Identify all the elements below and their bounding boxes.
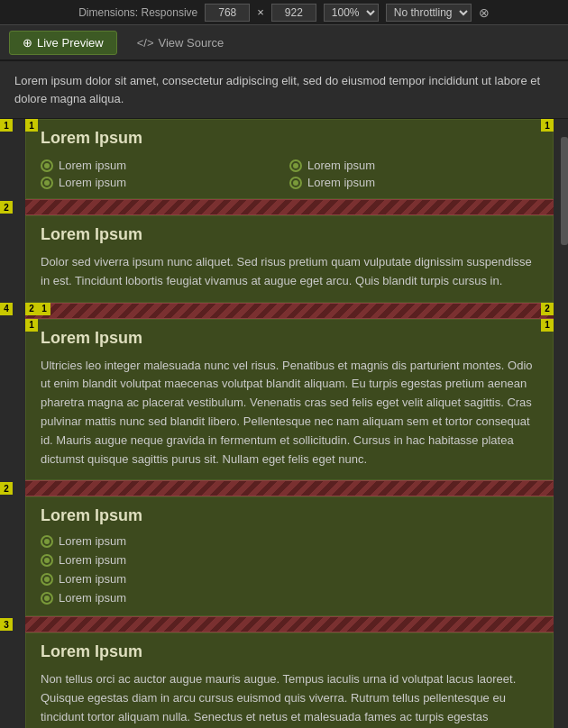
divider-3-container <box>25 480 554 496</box>
badge-1-inner: 1 <box>38 303 50 315</box>
section-4: Lorem Ipsum Lorem ipsum Lorem ipsum Lore… <box>25 496 554 616</box>
section-5: Lorem Ipsum Non tellus orci ac auctor au… <box>25 632 554 728</box>
badge-2-inner-right: 2 <box>541 303 554 315</box>
section-1: Lorem Ipsum Lorem ipsum Lorem ipsum Lore… <box>25 119 554 199</box>
list-item: Lorem ipsum <box>41 534 538 548</box>
divider-1 <box>25 199 554 215</box>
list-item: Lorem ipsum <box>41 159 289 172</box>
list-item-text: Lorem ipsum <box>59 591 126 605</box>
width-input[interactable] <box>205 4 250 22</box>
section-5-body: Non tellus orci ac auctor augue mauris a… <box>26 667 553 728</box>
section-3-body: Ultricies leo integer malesuada nunc vel… <box>26 353 553 480</box>
list-item-text: Lorem ipsum <box>59 159 126 172</box>
radio-icon <box>41 535 53 548</box>
section-1-block: 1 1 Lorem Ipsum Lorem ipsum Lorem ipsum <box>25 119 554 199</box>
badge-4-outer: 4 <box>0 303 13 315</box>
scrollbar-thumb[interactable] <box>561 137 568 245</box>
preview-tabs-bar: ⊕ Live Preview </> View Source <box>0 25 568 61</box>
toolbar: Dimensions: Responsive × 100% No throttl… <box>0 0 568 25</box>
dimension-separator: × <box>257 5 264 19</box>
section-1-list: Lorem ipsum Lorem ipsum Lorem ipsum Lore… <box>26 153 553 198</box>
view-source-label: View Source <box>159 36 224 50</box>
list-item-text: Lorem ipsum <box>307 176 375 189</box>
badge-3-d4: 3 <box>0 618 13 631</box>
radio-icon <box>41 592 53 605</box>
section-3: Lorem Ipsum Ultricies leo integer malesu… <box>25 319 554 481</box>
section-2: Lorem Ipsum Dolor sed viverra ipsum nunc… <box>25 215 554 303</box>
divider-4-wrapper: 3 <box>0 616 568 632</box>
section-4-heading: Lorem Ipsum <box>26 497 553 531</box>
section-2-body: Dolor sed viverra ipsum nunc aliquet. Se… <box>26 250 553 302</box>
divider-1-wrapper: 2 <box>0 199 568 215</box>
settings-icon[interactable]: ⊗ <box>479 5 490 20</box>
list-item-text: Lorem ipsum <box>59 553 126 567</box>
dimensions-label: Dimensions: Responsive <box>78 6 197 19</box>
list-item: Lorem ipsum <box>289 159 538 172</box>
view-source-icon: </> <box>137 36 154 50</box>
divider-2 <box>25 303 554 319</box>
badge-2-d3: 2 <box>0 482 13 495</box>
badge-1-left: 1 <box>25 119 38 132</box>
badge-1-right: 1 <box>541 119 554 132</box>
list-item: Lorem ipsum <box>41 176 289 189</box>
live-preview-label: Live Preview <box>37 36 104 50</box>
radio-icon <box>41 159 53 172</box>
view-source-tab[interactable]: </> View Source <box>124 32 237 54</box>
section-2-container: Lorem Ipsum Dolor sed viverra ipsum nunc… <box>0 215 568 303</box>
main-content-wrapper: 1 1 1 Lorem Ipsum Lorem ipsum Lorem ipsu… <box>0 119 568 728</box>
divider-4-container <box>25 616 554 632</box>
section-5-container: Lorem Ipsum Non tellus orci ac auctor au… <box>0 632 568 728</box>
list-item: Lorem ipsum <box>289 176 538 189</box>
live-preview-tab[interactable]: ⊕ Live Preview <box>9 31 117 55</box>
section-3-container: 1 1 Lorem Ipsum Ultricies leo integer ma… <box>0 319 568 481</box>
divider-3 <box>25 480 554 496</box>
section-1-container: 1 1 1 Lorem Ipsum Lorem ipsum Lorem ipsu… <box>0 119 568 199</box>
section-4-list: Lorem ipsum Lorem ipsum Lorem ipsum Lore… <box>26 531 553 615</box>
description-text: Lorem ipsum dolor sit amet, consectetur … <box>14 74 540 105</box>
section-2-block: Lorem Ipsum Dolor sed viverra ipsum nunc… <box>25 215 554 303</box>
section-3-block: 1 1 Lorem Ipsum Ultricies leo integer ma… <box>25 319 554 481</box>
throttle-select[interactable]: No throttling <box>386 4 472 22</box>
list-item-text: Lorem ipsum <box>59 534 126 548</box>
badge-1-left-outer: 1 <box>0 119 13 132</box>
divider-2-wrapper: 4 2 1 2 <box>0 303 568 319</box>
radio-icon <box>41 554 53 567</box>
list-item: Lorem ipsum <box>41 591 538 605</box>
zoom-select[interactable]: 100% <box>324 4 379 22</box>
section-4-container: Lorem Ipsum Lorem ipsum Lorem ipsum Lore… <box>0 496 568 616</box>
list-item: Lorem ipsum <box>41 553 538 567</box>
radio-icon <box>41 177 53 189</box>
list-item: Lorem ipsum <box>41 572 538 586</box>
list-item-text: Lorem ipsum <box>307 159 375 172</box>
list-item-text: Lorem ipsum <box>59 176 126 189</box>
divider-4 <box>25 616 554 632</box>
badge-2-left-outer: 2 <box>0 201 13 214</box>
divider-2-container: 2 1 2 <box>25 303 554 319</box>
badge-1-s3-left: 1 <box>25 319 38 332</box>
list-item-text: Lorem ipsum <box>59 572 126 586</box>
badge-1-s3-right: 1 <box>541 319 554 332</box>
badge-2-inner-left: 2 <box>25 303 38 315</box>
height-input[interactable] <box>271 4 316 22</box>
divider-3-wrapper: 2 <box>0 480 568 496</box>
description-area: Lorem ipsum dolor sit amet, consectetur … <box>0 61 568 119</box>
section-4-block: Lorem Ipsum Lorem ipsum Lorem ipsum Lore… <box>25 496 554 616</box>
section-3-heading: Lorem Ipsum <box>26 320 553 353</box>
section-1-heading: Lorem Ipsum <box>26 120 553 153</box>
divider-1-container <box>25 199 554 215</box>
radio-icon <box>41 573 53 586</box>
radio-icon <box>289 159 302 172</box>
section-5-block: Lorem Ipsum Non tellus orci ac auctor au… <box>25 632 554 728</box>
scrollbar[interactable] <box>561 119 568 728</box>
live-preview-icon: ⊕ <box>23 36 32 50</box>
section-2-heading: Lorem Ipsum <box>26 216 553 250</box>
section-5-heading: Lorem Ipsum <box>26 633 553 667</box>
radio-icon <box>289 177 302 189</box>
